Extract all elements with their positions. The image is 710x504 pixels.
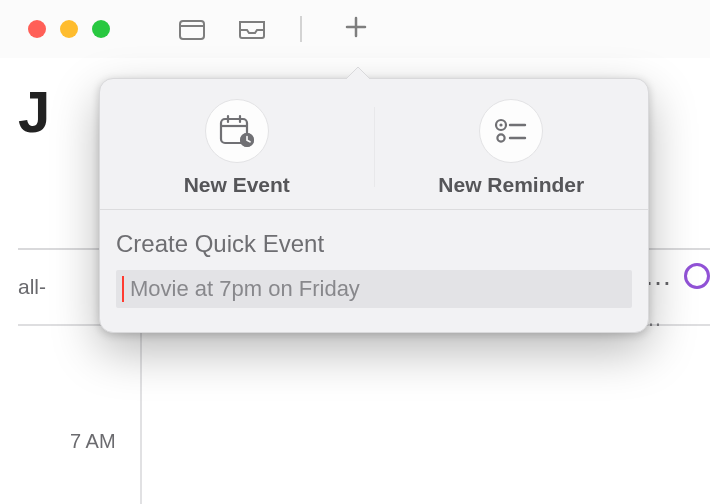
new-event-label: New Event bbox=[184, 173, 290, 197]
close-window-button[interactable] bbox=[28, 20, 46, 38]
time-label-7am: 7 AM bbox=[70, 430, 116, 453]
month-heading: J bbox=[18, 78, 49, 145]
new-reminder-label: New Reminder bbox=[438, 173, 584, 197]
allday-event-chips: … bbox=[644, 263, 710, 289]
svg-rect-0 bbox=[180, 21, 204, 39]
text-caret bbox=[122, 276, 124, 302]
event-ring-icon[interactable] bbox=[684, 263, 710, 289]
svg-point-11 bbox=[500, 123, 503, 126]
new-event-option[interactable]: New Event bbox=[100, 99, 374, 197]
inbox-button[interactable] bbox=[240, 17, 264, 41]
toolbar bbox=[180, 16, 302, 42]
reminders-icon bbox=[493, 116, 529, 146]
day-column-divider bbox=[140, 330, 142, 504]
window-titlebar bbox=[0, 0, 710, 58]
calendar-icon bbox=[179, 18, 205, 40]
popover-arrow bbox=[346, 67, 370, 79]
calendar-plus-icon bbox=[219, 114, 255, 148]
quick-event-section: Create Quick Event Movie at 7pm on Frida… bbox=[100, 210, 648, 332]
inbox-icon bbox=[238, 18, 266, 40]
quick-event-title: Create Quick Event bbox=[116, 230, 632, 258]
plus-icon bbox=[345, 16, 367, 42]
toolbar-divider bbox=[300, 16, 302, 42]
allday-label: all- bbox=[18, 275, 46, 299]
add-popover: New Event New Reminder Create Quick Ev bbox=[99, 78, 649, 333]
svg-point-13 bbox=[498, 134, 505, 141]
calendars-button[interactable] bbox=[180, 17, 204, 41]
traffic-lights bbox=[28, 20, 110, 38]
minimize-window-button[interactable] bbox=[60, 20, 78, 38]
zoom-window-button[interactable] bbox=[92, 20, 110, 38]
quick-event-input[interactable]: Movie at 7pm on Friday bbox=[116, 270, 632, 308]
new-reminder-option[interactable]: New Reminder bbox=[375, 99, 649, 197]
quick-event-placeholder: Movie at 7pm on Friday bbox=[130, 276, 360, 302]
add-button[interactable] bbox=[344, 17, 368, 41]
